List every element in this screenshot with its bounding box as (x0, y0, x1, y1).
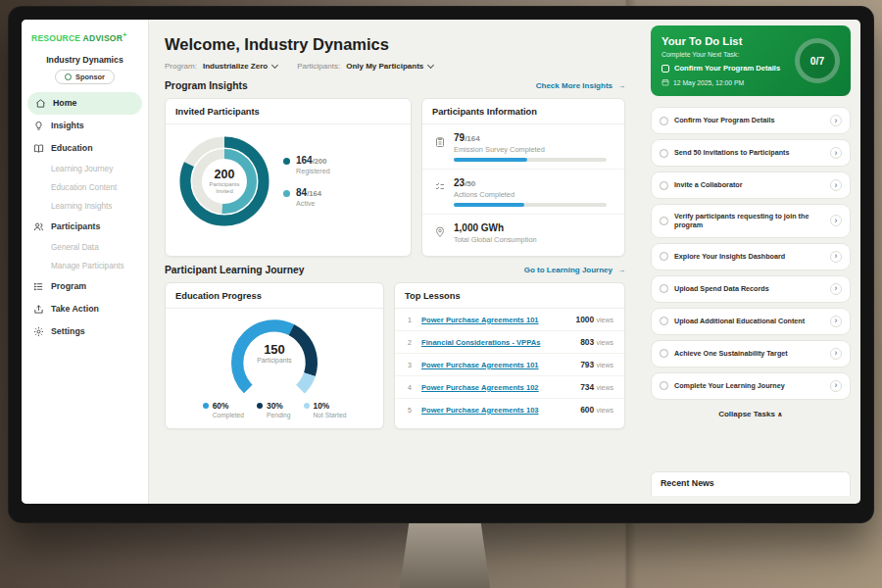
sidebar-item-program[interactable]: Program (22, 275, 148, 298)
legend-not-started: 10%Not Started (304, 401, 347, 418)
chevron-down-icon (271, 61, 278, 68)
legend-pending: 30%Pending (257, 401, 291, 418)
lesson-link[interactable]: Power Purchase Agreements 103 (421, 406, 572, 415)
todo-panel: Your To Do List Complete Your Next Task:… (641, 20, 860, 504)
lesson-link[interactable]: Financial Considerations - VPPAs (421, 338, 572, 347)
chevron-right-icon[interactable]: › (830, 179, 842, 191)
lesson-link[interactable]: Power Purchase Agreements 102 (421, 383, 572, 392)
legend-dot (203, 403, 209, 409)
logo-plus: + (122, 31, 126, 38)
sidebar-item-learning-journey[interactable]: Learning Journey (22, 160, 148, 178)
todo-task[interactable]: Invite a Collaborator › (651, 172, 851, 199)
monitor-bezel: RESOURCE ADVISOR+ Industry Dynamics Spon… (8, 6, 874, 523)
todo-next-task[interactable]: Confirm Your Program Details (662, 64, 789, 73)
program-filter-dropdown[interactable]: Industrialize Zero (203, 62, 277, 71)
lesson-link[interactable]: Power Purchase Agreements 101 (421, 316, 568, 324)
sidebar-nav: Home Insights Education Learning Journey… (22, 92, 148, 343)
todo-task[interactable]: Explore Your Insights Dashboard › (651, 243, 851, 270)
checkbox-icon[interactable] (660, 149, 668, 158)
progress-bar (454, 203, 607, 207)
legend-completed: 60%Completed (203, 401, 244, 418)
lesson-row: 2 Financial Considerations - VPPAs 803 v… (395, 331, 624, 354)
todo-task[interactable]: Verify participants requesting to join t… (651, 204, 851, 238)
sidebar-item-home[interactable]: Home (27, 92, 142, 115)
logo-advisor: ADVISOR (83, 33, 123, 43)
donut-center-label: Participants Invited (202, 181, 247, 196)
chevron-right-icon[interactable]: › (830, 251, 842, 263)
todo-hero-card: Your To Do List Complete Your Next Task:… (651, 25, 851, 96)
checkbox-icon[interactable] (660, 181, 668, 190)
checkbox-icon[interactable] (660, 217, 668, 225)
checkbox-icon[interactable] (660, 349, 668, 358)
chevron-right-icon[interactable]: › (830, 380, 842, 392)
checkbox-icon[interactable] (660, 117, 668, 125)
settings-icon (33, 326, 44, 337)
nav-label: Participants (51, 221, 100, 231)
todo-task[interactable]: Upload Additional Educational Content › (651, 308, 851, 335)
participants-filter-value: Only My Participants (346, 62, 423, 71)
chevron-right-icon[interactable]: › (830, 115, 842, 126)
sidebar-item-learning-insights[interactable]: Learning Insights (22, 197, 148, 216)
sidebar-item-education[interactable]: Education (22, 137, 148, 160)
legend-dot (283, 158, 290, 165)
todo-task-list: Confirm Your Program Details › Send 50 I… (651, 107, 851, 405)
learning-journey-cards: Education Progress (165, 282, 625, 429)
chevron-right-icon[interactable]: › (830, 215, 842, 226)
education-progress-card: Education Progress (165, 282, 384, 429)
checkbox-icon[interactable] (662, 65, 669, 73)
checkbox-icon[interactable] (660, 284, 668, 293)
donut-legend: 164/200 Registered 84/164 Active (283, 155, 330, 208)
lesson-row: 4 Power Purchase Agreements 102 734 view… (395, 376, 624, 399)
sidebar-item-participants[interactable]: Participants (22, 216, 148, 238)
logo-resource: RESOURCE (31, 33, 80, 43)
sidebar-item-settings[interactable]: Settings (22, 320, 148, 343)
learning-journey-header: Participant Learning Journey Go to Learn… (165, 265, 625, 275)
todo-subtitle: Complete Your Next Task: (662, 51, 789, 58)
checkbox-icon[interactable] (660, 317, 668, 325)
sponsor-badge: Sponsor (55, 70, 115, 84)
check-more-insights-link[interactable]: Check More Insights → (536, 81, 625, 90)
home-icon (35, 98, 46, 109)
todo-title: Your To Do List (662, 35, 789, 47)
sidebar-item-insights[interactable]: Insights (22, 115, 148, 137)
chevron-down-icon (427, 61, 434, 68)
todo-task[interactable]: Upload Spend Data Records › (651, 275, 851, 303)
go-to-learning-journey-link[interactable]: Go to Learning Journey → (524, 266, 625, 274)
sidebar-item-education-content[interactable]: Education Content (22, 178, 148, 197)
checkbox-icon[interactable] (660, 381, 668, 390)
todo-task[interactable]: Send 50 Invitations to Participants › (651, 139, 851, 167)
sponsor-icon (65, 74, 72, 80)
legend-dot (304, 403, 310, 409)
checkbox-icon[interactable] (660, 252, 668, 261)
nav-label: Home (53, 98, 76, 108)
sidebar-item-general-data[interactable]: General Data (22, 238, 148, 257)
monitor-stand (400, 523, 490, 588)
education-icon (33, 143, 44, 154)
participants-filter-dropdown[interactable]: Only My Participants (346, 62, 433, 71)
todo-task[interactable]: Complete Your Learning Journey › (651, 372, 851, 400)
sidebar-item-manage-participants[interactable]: Manage Participants (22, 257, 148, 275)
emission-survey-row: 79/164 Emission Survey Completed (422, 124, 624, 170)
sidebar-item-take-action[interactable]: Take Action (22, 298, 148, 320)
todo-task[interactable]: Achieve One Sustainability Target › (651, 340, 851, 368)
lesson-link[interactable]: Power Purchase Agreements 101 (421, 361, 572, 369)
gauge-center-label: Participants (223, 357, 325, 364)
filter-bar: Program: Industrialize Zero Participants… (165, 62, 625, 71)
chevron-right-icon[interactable]: › (830, 283, 842, 295)
legend-active: 84/164 Active (283, 187, 330, 208)
chevron-right-icon[interactable]: › (830, 316, 842, 327)
nav-label: Program (51, 281, 86, 291)
gauge-center-value: 150 (223, 342, 325, 357)
program-filter-value: Industrialize Zero (203, 62, 268, 71)
collapse-tasks-link[interactable]: Collapse Tasks ∧ (651, 405, 851, 422)
todo-task[interactable]: Confirm Your Program Details › (651, 107, 851, 134)
location-pin-icon (434, 224, 446, 236)
invited-donut-chart: 200 Participants Invited (175, 132, 273, 230)
chevron-right-icon[interactable]: › (830, 348, 842, 360)
recent-news-header: Recent News (651, 471, 851, 496)
card-title: Top Lessons (395, 283, 624, 309)
chevron-right-icon[interactable]: › (830, 147, 842, 159)
legend-registered: 164/200 Registered (283, 155, 330, 175)
app-logo: RESOURCE ADVISOR+ (22, 29, 148, 51)
page-title: Welcome, Industry Dynamics (165, 35, 625, 54)
